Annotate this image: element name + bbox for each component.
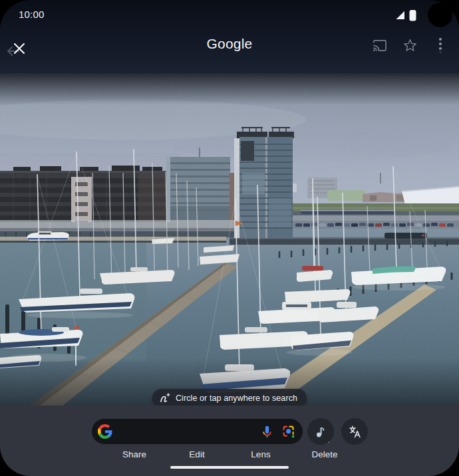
status-time: 10:00 (19, 9, 45, 20)
screen: 10:00 (0, 0, 459, 476)
share-button[interactable]: Share (122, 449, 146, 459)
status-icons (395, 9, 416, 21)
music-note-icon (315, 425, 327, 438)
circle-gesture-icon (159, 392, 171, 404)
cast-button[interactable] (370, 36, 388, 55)
battery-icon (409, 9, 416, 21)
home-indicator[interactable] (170, 466, 289, 469)
lens-search-button[interactable] (282, 425, 296, 439)
star-icon (403, 39, 417, 52)
mic-icon (260, 425, 274, 439)
translate-button[interactable] (341, 418, 368, 445)
status-bar: 10:00 (0, 0, 459, 29)
photo-image[interactable] (0, 73, 459, 406)
overflow-menu-button[interactable] (431, 36, 450, 55)
translate-icon (348, 425, 362, 439)
google-lens-icon (282, 425, 296, 439)
favorite-button[interactable] (400, 36, 419, 55)
camera-cutout (428, 3, 452, 27)
lens-button[interactable]: Lens (251, 449, 270, 459)
tooltip-text: Circle or tap anywhere to search (176, 394, 297, 403)
overflow-menu-icon (438, 37, 442, 53)
google-g-logo (98, 424, 112, 439)
cast-icon (372, 39, 387, 52)
circle-to-search-tooltip: Circle or tap anywhere to search (152, 389, 307, 408)
device-frame: 10:00 (0, 0, 459, 476)
song-search-button[interactable] (307, 418, 334, 445)
app-bar: Google (0, 29, 459, 71)
voice-search-button[interactable] (260, 425, 274, 439)
delete-button[interactable]: Delete (311, 449, 337, 459)
signal-icon (395, 11, 406, 20)
edit-button[interactable]: Edit (189, 449, 204, 459)
search-input[interactable] (92, 419, 303, 444)
top-chrome: 10:00 (0, 0, 459, 73)
